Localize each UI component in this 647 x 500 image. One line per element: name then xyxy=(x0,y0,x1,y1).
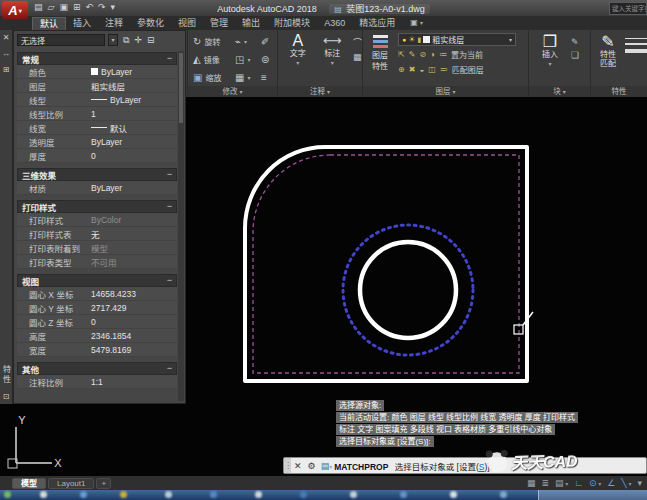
property-row[interactable]: 注释比例1:1 xyxy=(17,375,177,389)
object-snap-icon[interactable]: ∠ xyxy=(607,477,615,489)
annotate-panel-label[interactable]: 注释 ▾ xyxy=(278,86,362,97)
section-header[interactable]: 视图− xyxy=(17,274,177,287)
selection-dropdown[interactable]: 无选择 xyxy=(17,34,105,46)
property-row[interactable]: 线型ByLayer xyxy=(17,93,177,107)
command-input[interactable]: MATCHPROP 选择目标对象或 [设置(S)]: xyxy=(334,460,492,472)
table-icon[interactable]: ▦ xyxy=(353,52,362,62)
dimension-button[interactable]: ⟷ 标注▾ xyxy=(318,32,345,67)
lineweight-list-icon[interactable] xyxy=(625,33,647,68)
command-close-icon[interactable]: ✕ xyxy=(294,461,302,471)
layer-tool-icon-0-2[interactable]: ⊘ xyxy=(419,50,426,59)
polar-tracking-icon[interactable]: ╲ ▾ xyxy=(621,477,631,490)
ribbon-tab-10[interactable]: 精选应用 xyxy=(352,17,402,30)
layer-tool-icon-1-0[interactable]: ⊕ xyxy=(398,65,405,74)
ortho-icon[interactable]: ∟ xyxy=(574,477,583,489)
property-row[interactable]: 线型比例1 xyxy=(17,107,177,121)
section-header[interactable]: 三维效果− xyxy=(17,168,177,181)
section-header[interactable]: 其他− xyxy=(17,362,177,375)
windows-taskbar[interactable] xyxy=(0,490,647,500)
rotate-button[interactable]: ↻旋转 xyxy=(193,36,235,47)
layer-properties-button[interactable]: 图层 特性 xyxy=(367,33,393,76)
match-layer-button[interactable]: 匹配图层 xyxy=(452,64,484,75)
modify-panel-label[interactable]: 修改 ▾ xyxy=(188,86,277,97)
palette-menu-icon[interactable]: ⊞ xyxy=(3,65,10,74)
property-row[interactable]: 线宽默认 xyxy=(17,121,177,135)
property-row[interactable]: 打印样式表无 xyxy=(17,227,177,241)
save-icon[interactable]: ▣ xyxy=(59,2,68,13)
offset-button[interactable]: ≡ xyxy=(261,72,277,83)
grid-icon[interactable]: ▦ xyxy=(527,477,536,489)
block-create-icon[interactable]: ❏ xyxy=(571,50,579,60)
command-recent-icon[interactable]: ▤▾ xyxy=(321,461,333,471)
insert-block-button[interactable]: ❒ 插入▾ xyxy=(534,33,566,68)
redo-icon[interactable]: ↷ xyxy=(98,2,106,13)
array-button[interactable]: ▦▾ xyxy=(235,72,261,83)
select-objects-icon[interactable]: ✛ xyxy=(134,35,142,45)
infer-constraints-icon[interactable]: ▤ ▾ xyxy=(555,477,568,490)
open-file-icon[interactable]: ▱ xyxy=(48,2,55,13)
layer-tool-icon-1-2[interactable]: ◒ xyxy=(419,65,424,74)
property-row[interactable]: 圆心 Y 坐标2717.429 xyxy=(17,301,177,315)
plot-icon[interactable]: ⊞ xyxy=(73,2,81,13)
property-row[interactable]: 圆心 X 坐标14658.4233 xyxy=(17,287,177,301)
property-row[interactable]: 宽度5479.8169 xyxy=(17,343,177,357)
property-row[interactable]: 打印表附着到模型 xyxy=(17,241,177,255)
property-row[interactable]: 图层粗实线层 xyxy=(17,79,177,93)
section-collapse-icon[interactable]: − xyxy=(167,364,172,373)
section-collapse-icon[interactable]: − xyxy=(167,276,172,285)
ribbon-tab-3[interactable]: 注释 xyxy=(98,17,130,30)
isodraft-icon[interactable]: ⊙ ▾ xyxy=(589,477,601,490)
section-collapse-icon[interactable]: − xyxy=(167,170,172,179)
customization-icon[interactable]: ▾ xyxy=(637,477,642,489)
system-tray[interactable] xyxy=(538,490,647,500)
ribbon-tab-2[interactable]: 插入 xyxy=(66,17,98,30)
layer-tool-icon-1-4[interactable]: ≕ xyxy=(440,65,448,74)
document-tab[interactable]: ▤ 装图123-A0-v1.dwg xyxy=(329,4,430,14)
layers-panel-label[interactable]: 图层 ▾ xyxy=(363,86,528,97)
ribbon-tab-5[interactable]: 视图 xyxy=(171,17,203,30)
layout-tab-模型[interactable]: 模型 xyxy=(12,478,46,489)
new-layout-button[interactable]: + xyxy=(96,478,111,489)
ribbon-tab-9[interactable]: A360 xyxy=(317,17,352,30)
ribbon-tab-6[interactable]: 管理 xyxy=(203,17,235,30)
section-header[interactable]: 常规− xyxy=(17,52,177,65)
capture-tool-icon[interactable]: ▣ ▾ xyxy=(410,16,423,30)
text-button[interactable]: A 文字▾ xyxy=(284,32,311,67)
selection-dropdown-caret-icon[interactable]: ▾ xyxy=(108,34,118,46)
section-collapse-icon[interactable]: − xyxy=(167,202,172,211)
app-logo-button[interactable]: A ▾ xyxy=(2,1,28,19)
toggle-pickadd-icon[interactable]: ⧉ xyxy=(123,35,129,46)
block-panel-label[interactable]: 块 ▾ xyxy=(529,86,590,97)
properties-panel-label[interactable]: 特性 xyxy=(591,86,647,97)
ribbon-tab-4[interactable]: 参数化 xyxy=(130,17,171,30)
layer-tool-icon-1-3[interactable]: ◫ xyxy=(428,65,436,74)
match-properties-button[interactable]: ✎ 特性 匹配 xyxy=(596,33,620,68)
section-header[interactable]: 打印样式− xyxy=(17,200,177,213)
erase-button[interactable]: ✐ xyxy=(261,36,277,47)
command-bar[interactable]: ⋮ ✕ ⚙ ▤▾ MATCHPROP 选择目标对象或 [设置(S)]: xyxy=(283,457,647,474)
layer-tool-icon-0-0[interactable]: ⇱ xyxy=(398,50,405,59)
ribbon-tab-7[interactable]: 输出 xyxy=(235,17,267,30)
command-customize-icon[interactable]: ⚙ xyxy=(308,461,316,471)
ribbon-tab-1[interactable]: 默认 xyxy=(32,17,66,30)
property-row[interactable]: 透明度ByLayer xyxy=(17,135,177,149)
layer-tool-icon-0-3[interactable]: ◑ xyxy=(430,50,435,59)
property-row[interactable]: 材质ByLayer xyxy=(17,181,177,195)
quick-select-icon[interactable]: ⊟ xyxy=(147,35,155,45)
search-input[interactable]: 键入关键字或短语 xyxy=(609,2,647,15)
new-file-icon[interactable]: ▤ xyxy=(34,2,43,13)
trim-button[interactable]: ⌁▾ xyxy=(235,36,261,47)
section-collapse-icon[interactable]: − xyxy=(167,54,172,63)
property-row[interactable]: 厚度0 xyxy=(17,149,177,163)
command-bar-grip[interactable]: ⋮ xyxy=(284,458,291,473)
fillet-button[interactable]: ◳▾ xyxy=(235,54,261,65)
mirror-button[interactable]: ◭镜像 xyxy=(193,54,235,65)
undo-icon[interactable]: ↶ xyxy=(86,2,94,13)
palette-scrollbar[interactable] xyxy=(178,51,184,401)
qat-dropdown-icon[interactable]: ▾ xyxy=(111,2,116,13)
layer-tool-icon-1-1[interactable]: ✖ xyxy=(409,65,416,74)
layer-tool-icon-0-1[interactable]: ✎ xyxy=(409,50,416,59)
ribbon-tab-8[interactable]: 附加模块 xyxy=(267,17,317,30)
layer-tool-icon-0-4[interactable]: ≔ xyxy=(439,50,447,59)
set-current-layer-button[interactable]: 置为当前 xyxy=(451,49,483,60)
